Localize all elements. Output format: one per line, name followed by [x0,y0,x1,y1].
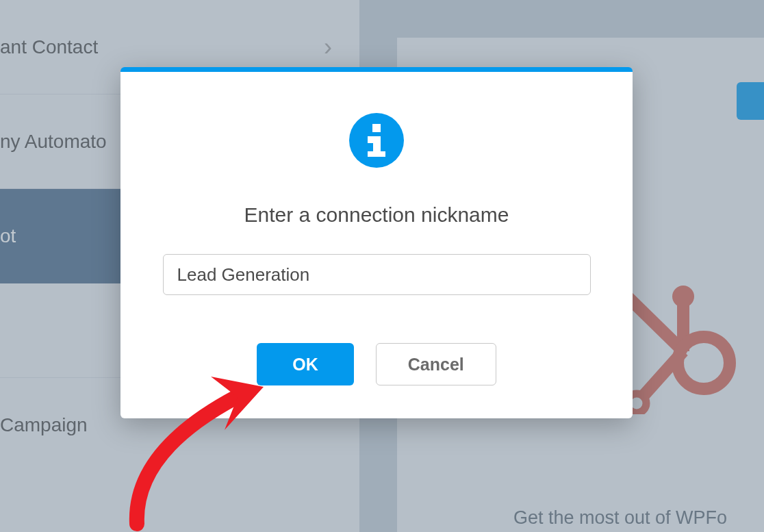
svg-rect-10 [368,151,385,157]
modal-title: Enter a connection nickname [244,203,509,227]
connection-nickname-input[interactable] [163,254,591,295]
svg-rect-7 [372,124,381,132]
ok-button[interactable]: OK [257,343,354,385]
cancel-button[interactable]: Cancel [376,343,496,385]
connection-nickname-modal: Enter a connection nickname OK Cancel [120,67,633,418]
info-icon [349,113,404,168]
modal-buttons: OK Cancel [257,343,496,385]
